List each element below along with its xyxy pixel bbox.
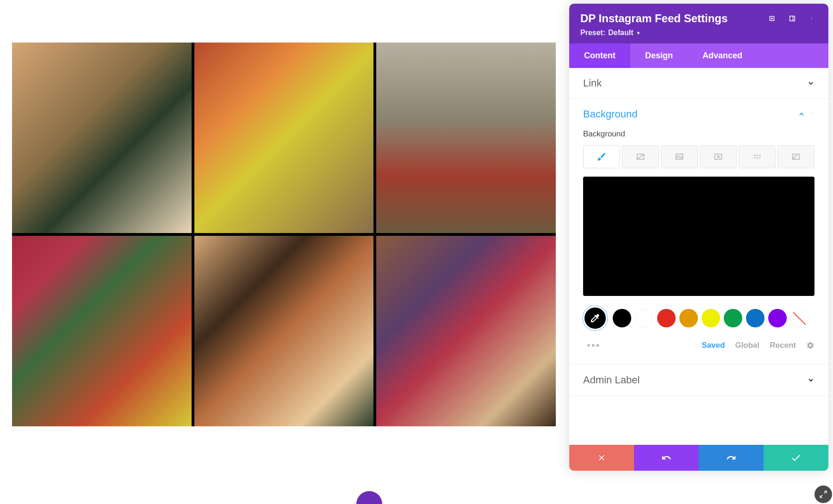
- section-head-admin-label[interactable]: Admin Label: [569, 365, 828, 395]
- preset-dropdown[interactable]: Preset: Default ▼: [580, 29, 817, 37]
- bg-tab-pattern[interactable]: [739, 145, 776, 168]
- color-actions-row: ••• Saved Global Recent: [583, 339, 814, 351]
- section-title-link: Link: [583, 77, 602, 89]
- panel-body: Link Background Background: [569, 68, 828, 445]
- swatch-transparent[interactable]: [790, 309, 809, 327]
- svg-point-6: [811, 19, 812, 19]
- svg-rect-15: [754, 154, 756, 156]
- tab-design[interactable]: Design: [630, 43, 688, 68]
- swatch-red[interactable]: [657, 309, 676, 327]
- svg-rect-18: [754, 157, 756, 159]
- color-saved-link[interactable]: Saved: [702, 341, 725, 350]
- eyedropper-swatch[interactable]: [583, 306, 607, 330]
- section-admin-label: Admin Label: [569, 365, 828, 396]
- tabs: Content Design Advanced: [569, 43, 828, 68]
- feed-image[interactable]: [194, 236, 374, 426]
- svg-point-4: [811, 17, 812, 18]
- bg-tab-color[interactable]: [583, 145, 620, 168]
- color-recent-link[interactable]: Recent: [770, 341, 796, 350]
- svg-marker-14: [718, 156, 720, 158]
- section-background: Background Background: [569, 99, 828, 365]
- settings-panel: DP Instagram Feed Settings Preset: Defau…: [569, 4, 828, 471]
- close-button[interactable]: [569, 445, 634, 471]
- feed-image[interactable]: [376, 43, 556, 233]
- section-more-icon[interactable]: [812, 110, 814, 119]
- section-title-background: Background: [583, 108, 637, 120]
- section-head-background[interactable]: Background: [569, 99, 828, 129]
- background-field-label: Background: [583, 129, 814, 139]
- color-swatches: [583, 306, 814, 330]
- svg-point-1: [771, 18, 772, 19]
- svg-rect-16: [757, 154, 758, 156]
- svg-point-7: [812, 113, 812, 113]
- svg-rect-17: [759, 154, 761, 156]
- svg-point-9: [812, 115, 812, 115]
- panel-title: DP Instagram Feed Settings: [580, 12, 767, 25]
- bg-tab-video[interactable]: [700, 145, 737, 168]
- section-title-admin-label: Admin Label: [583, 374, 640, 386]
- swatch-black[interactable]: [613, 309, 631, 327]
- bg-tab-mask[interactable]: [777, 145, 814, 168]
- preset-value: Default: [608, 29, 633, 37]
- svg-line-11: [637, 154, 644, 160]
- module-add-button[interactable]: [356, 491, 382, 504]
- svg-point-5: [811, 18, 812, 18]
- swatch-blue[interactable]: [746, 309, 765, 327]
- svg-point-8: [812, 114, 812, 114]
- svg-rect-20: [759, 157, 761, 159]
- instagram-feed-grid: [12, 43, 556, 426]
- caret-down-icon: ▼: [636, 31, 640, 36]
- bg-tab-gradient[interactable]: [622, 145, 659, 168]
- chevron-down-icon: [807, 80, 814, 87]
- feed-image[interactable]: [12, 236, 192, 426]
- expand-icon[interactable]: [767, 14, 777, 23]
- tab-advanced[interactable]: Advanced: [688, 43, 757, 68]
- gear-icon[interactable]: [806, 341, 814, 350]
- chevron-down-icon: [807, 376, 814, 384]
- background-type-tabs: [583, 145, 814, 168]
- swatch-white[interactable]: [635, 309, 653, 327]
- swatch-orange[interactable]: [679, 309, 698, 327]
- swatch-purple[interactable]: [768, 309, 787, 327]
- more-colors-icon[interactable]: •••: [587, 339, 600, 351]
- svg-rect-2: [790, 16, 795, 21]
- feed-image[interactable]: [194, 43, 374, 233]
- preset-prefix: Preset:: [580, 29, 605, 37]
- swatch-green[interactable]: [724, 309, 742, 327]
- snap-icon[interactable]: [788, 14, 797, 23]
- panel-header: DP Instagram Feed Settings Preset: Defau…: [569, 4, 828, 43]
- undo-button[interactable]: [634, 445, 699, 471]
- chevron-up-icon: [798, 111, 805, 118]
- feed-image[interactable]: [12, 43, 192, 233]
- redo-button[interactable]: [699, 445, 764, 471]
- section-head-link[interactable]: Link: [569, 68, 828, 98]
- bg-tab-image[interactable]: [661, 145, 698, 168]
- save-button[interactable]: [764, 445, 828, 471]
- tab-content[interactable]: Content: [569, 43, 630, 68]
- svg-rect-19: [757, 157, 758, 159]
- swatch-yellow[interactable]: [702, 309, 720, 327]
- feed-image[interactable]: [376, 236, 556, 426]
- panel-footer: [569, 445, 828, 471]
- svg-line-23: [820, 495, 822, 498]
- background-color-preview[interactable]: [583, 177, 814, 296]
- resize-handle[interactable]: [814, 486, 832, 503]
- section-link: Link: [569, 68, 828, 99]
- more-menu-icon[interactable]: [808, 14, 817, 23]
- color-global-link[interactable]: Global: [735, 341, 759, 350]
- svg-line-22: [824, 491, 827, 493]
